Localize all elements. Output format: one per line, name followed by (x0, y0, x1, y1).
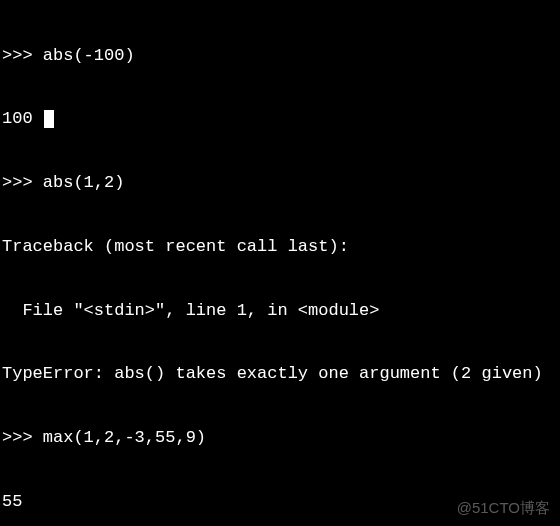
output-line: TypeError: abs() takes exactly one argum… (2, 363, 560, 384)
output-text: 100 (2, 109, 43, 128)
prompt-line: >>> max(1,2,-3,55,9) (2, 427, 560, 448)
prompt-line: >>> abs(-100) (2, 45, 560, 66)
output-line: 100 (2, 108, 560, 129)
cursor-block (44, 110, 54, 128)
watermark-text: @51CTO博客 (457, 499, 550, 518)
prompt-line: >>> abs(1,2) (2, 172, 560, 193)
output-line: Traceback (most recent call last): (2, 236, 560, 257)
output-line: File "<stdin>", line 1, in <module> (2, 300, 560, 321)
terminal-output[interactable]: >>> abs(-100) 100 >>> abs(1,2) Traceback… (2, 2, 560, 526)
